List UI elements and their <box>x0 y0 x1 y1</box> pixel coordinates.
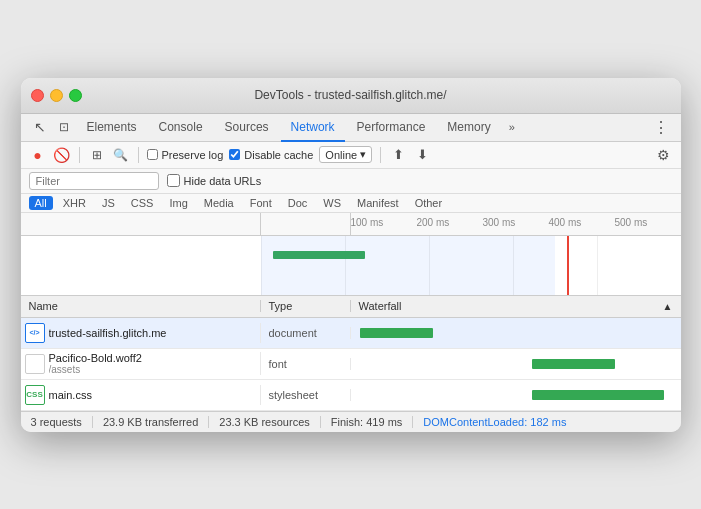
titlebar-title: DevTools - trusted-sailfish.glitch.me/ <box>254 88 446 102</box>
tab-performance[interactable]: Performance <box>347 114 436 142</box>
search-icon[interactable]: 🔍 <box>112 146 130 164</box>
filter-row: Hide data URLs <box>21 169 681 194</box>
cell-waterfall-1 <box>351 349 681 379</box>
type-btn-doc[interactable]: Doc <box>282 196 314 210</box>
header-name[interactable]: Name <box>21 300 261 312</box>
filename-1: Pacifico-Bold.woff2 <box>49 352 142 364</box>
nav-tabs: ↖ ⊡ Elements Console Sources Network Per… <box>21 114 681 142</box>
filter-input[interactable] <box>29 172 159 190</box>
preserve-log-label[interactable]: Preserve log <box>147 149 224 161</box>
cell-name-0: </> trusted-sailfish.glitch.me <box>21 323 261 343</box>
preserve-log-checkbox[interactable] <box>147 149 158 160</box>
record-button[interactable]: ● <box>29 146 47 164</box>
filepath-1: /assets <box>49 364 142 375</box>
controls-row: ● 🚫 ⊞ 🔍 Preserve log Disable cache Onlin… <box>21 142 681 169</box>
settings-button[interactable]: ⚙ <box>655 146 673 164</box>
timeline-finish-marker <box>567 236 569 295</box>
tick-400ms: 400 ms <box>549 217 582 228</box>
waterfall-bar-font <box>532 359 615 369</box>
cell-waterfall-0 <box>351 318 681 348</box>
timeline-grid <box>261 236 681 295</box>
type-btn-js[interactable]: JS <box>96 196 121 210</box>
sort-arrow-icon: ▲ <box>663 301 673 312</box>
tab-sources[interactable]: Sources <box>215 114 279 142</box>
tick-200ms: 200 ms <box>417 217 450 228</box>
close-button[interactable] <box>31 89 44 102</box>
titlebar: DevTools - trusted-sailfish.glitch.me/ <box>21 78 681 114</box>
cell-waterfall-2 <box>351 380 681 410</box>
throttle-select[interactable]: Online ▾ <box>319 146 372 163</box>
header-type[interactable]: Type <box>261 300 351 312</box>
cell-type-1: font <box>261 358 351 370</box>
file-icon-css: CSS <box>25 385 45 405</box>
export-button[interactable]: ⬇ <box>413 146 431 164</box>
hide-urls-checkbox[interactable] <box>167 174 180 187</box>
cell-name-1: Pacifico-Bold.woff2 /assets <box>21 352 261 375</box>
tick-500ms: 500 ms <box>615 217 648 228</box>
separator-3 <box>380 147 381 163</box>
tabs-more-button[interactable]: » <box>503 117 521 137</box>
type-btn-font[interactable]: Font <box>244 196 278 210</box>
type-filter-bar: All XHR JS CSS Img Media Font Doc WS Man… <box>21 194 681 213</box>
status-requests: 3 requests <box>31 416 93 428</box>
filename-0: trusted-sailfish.glitch.me <box>49 327 167 339</box>
timeline-chart <box>21 236 681 296</box>
tab-memory[interactable]: Memory <box>437 114 500 142</box>
type-btn-other[interactable]: Other <box>409 196 449 210</box>
hide-urls-label[interactable]: Hide data URLs <box>167 174 262 187</box>
status-bar: 3 requests 23.9 KB transferred 23.3 KB r… <box>21 411 681 432</box>
clear-button[interactable]: 🚫 <box>53 146 71 164</box>
type-btn-media[interactable]: Media <box>198 196 240 210</box>
waterfall-bar-document <box>360 328 433 338</box>
status-dom-loaded: DOMContentLoaded: 182 ms <box>413 416 576 428</box>
tick-300ms: 300 ms <box>483 217 516 228</box>
filename-2: main.css <box>49 389 92 401</box>
table-row[interactable]: Pacifico-Bold.woff2 /assets font <box>21 349 681 380</box>
traffic-lights <box>31 89 82 102</box>
devtools-menu-button[interactable]: ⋮ <box>649 114 673 141</box>
status-resources: 23.3 KB resources <box>209 416 321 428</box>
disable-cache-label[interactable]: Disable cache <box>229 149 313 161</box>
type-btn-css[interactable]: CSS <box>125 196 160 210</box>
status-finish: Finish: 419 ms <box>321 416 414 428</box>
disable-cache-checkbox[interactable] <box>229 149 240 160</box>
import-button[interactable]: ⬆ <box>389 146 407 164</box>
device-icon[interactable]: ⊡ <box>53 116 75 138</box>
table-header: Name Type Waterfall ▲ <box>21 296 681 318</box>
type-btn-img[interactable]: Img <box>163 196 193 210</box>
table-row[interactable]: </> trusted-sailfish.glitch.me document <box>21 318 681 349</box>
type-btn-ws[interactable]: WS <box>317 196 347 210</box>
tab-network[interactable]: Network <box>281 114 345 142</box>
maximize-button[interactable] <box>69 89 82 102</box>
type-btn-all[interactable]: All <box>29 196 53 210</box>
cell-name-2: CSS main.css <box>21 385 261 405</box>
tab-console[interactable]: Console <box>149 114 213 142</box>
waterfall-bar-css <box>532 390 664 400</box>
inspect-icon[interactable]: ↖ <box>29 116 51 138</box>
tick-100ms: 100 ms <box>351 217 384 228</box>
waterfall-scale: 100 ms 200 ms 300 ms 400 ms 500 ms <box>351 213 681 235</box>
minimize-button[interactable] <box>50 89 63 102</box>
file-icon-font <box>25 354 45 374</box>
timeline-highlight <box>261 236 555 295</box>
status-transferred: 23.9 KB transferred <box>93 416 209 428</box>
filter-icon[interactable]: ⊞ <box>88 146 106 164</box>
cell-type-2: stylesheet <box>261 389 351 401</box>
type-btn-xhr[interactable]: XHR <box>57 196 92 210</box>
table-row[interactable]: CSS main.css stylesheet <box>21 380 681 411</box>
tab-elements[interactable]: Elements <box>77 114 147 142</box>
table-body: </> trusted-sailfish.glitch.me document … <box>21 318 681 411</box>
file-icon-html: </> <box>25 323 45 343</box>
type-btn-manifest[interactable]: Manifest <box>351 196 405 210</box>
header-waterfall[interactable]: Waterfall ▲ <box>351 300 681 312</box>
devtools-window: DevTools - trusted-sailfish.glitch.me/ ↖… <box>21 78 681 432</box>
separator-1 <box>79 147 80 163</box>
cell-type-0: document <box>261 327 351 339</box>
separator-2 <box>138 147 139 163</box>
